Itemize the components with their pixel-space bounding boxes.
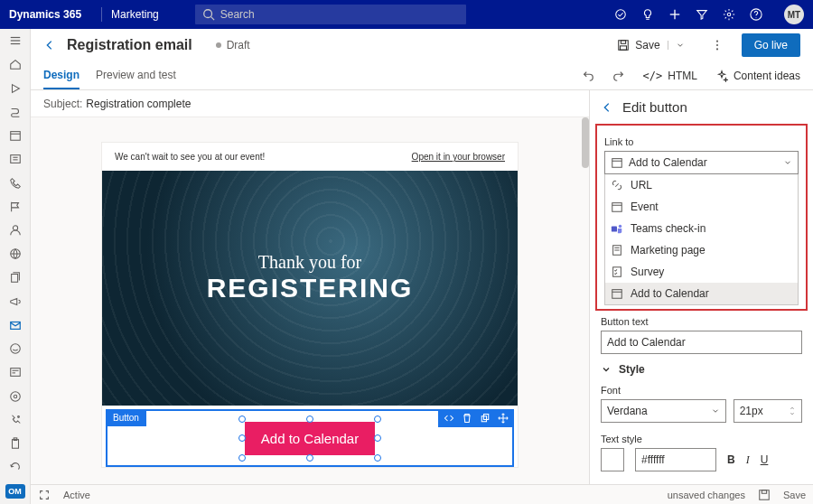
resize-handle[interactable] bbox=[374, 454, 381, 462]
svg-rect-20 bbox=[10, 369, 20, 377]
undo-icon[interactable] bbox=[582, 70, 594, 82]
svg-rect-49 bbox=[762, 490, 766, 493]
gear-icon[interactable] bbox=[723, 8, 735, 21]
link-option-url[interactable]: URL bbox=[605, 174, 798, 196]
brand-name: Dynamics 365 bbox=[9, 8, 92, 21]
assistant-icon[interactable] bbox=[614, 8, 627, 21]
resize-handle[interactable] bbox=[374, 415, 381, 423]
text-color-swatch[interactable] bbox=[601, 448, 624, 471]
save-button[interactable]: Save bbox=[609, 34, 692, 56]
home-icon[interactable] bbox=[6, 58, 24, 70]
refresh-icon[interactable] bbox=[6, 461, 24, 473]
search-placeholder: Search bbox=[220, 8, 255, 21]
phone-link-icon[interactable] bbox=[6, 414, 24, 426]
megaphone-icon[interactable] bbox=[6, 295, 24, 308]
open-in-browser-link[interactable]: Open it in your browser bbox=[412, 152, 505, 162]
global-search[interactable]: Search bbox=[195, 5, 466, 24]
svg-rect-45 bbox=[613, 267, 621, 277]
module-name[interactable]: Marketing bbox=[111, 8, 159, 21]
tab-design[interactable]: Design bbox=[43, 61, 79, 89]
journey-icon[interactable] bbox=[6, 106, 24, 118]
emoji-icon[interactable] bbox=[6, 342, 24, 355]
email-nav-icon[interactable] bbox=[6, 319, 24, 331]
link-to-select[interactable]: Add to Calendar bbox=[604, 151, 799, 174]
duplicate-block-icon[interactable] bbox=[480, 413, 491, 424]
selected-button-block[interactable]: Button Add to Calendar bbox=[106, 409, 514, 467]
text-color-input[interactable]: #ffffff bbox=[635, 448, 716, 471]
back-icon[interactable] bbox=[43, 39, 56, 51]
subject-bar[interactable]: Subject: Registration complete bbox=[31, 90, 589, 117]
italic-button[interactable]: I bbox=[746, 453, 750, 467]
phone-icon[interactable] bbox=[6, 176, 24, 189]
style-section-header[interactable]: Style bbox=[590, 354, 813, 379]
go-live-button[interactable]: Go live bbox=[742, 33, 800, 57]
svg-point-25 bbox=[17, 415, 19, 417]
person-icon[interactable] bbox=[6, 224, 24, 237]
filter-icon[interactable] bbox=[696, 8, 708, 21]
redo-icon[interactable] bbox=[612, 70, 625, 82]
help-icon[interactable] bbox=[750, 8, 762, 21]
resize-handle[interactable] bbox=[238, 454, 246, 462]
link-option-event[interactable]: Event bbox=[605, 196, 798, 218]
globe-icon[interactable] bbox=[6, 247, 24, 260]
svg-point-33 bbox=[716, 48, 718, 50]
underline-button[interactable]: U bbox=[761, 453, 769, 466]
calendar-select-icon bbox=[611, 156, 623, 169]
footer-save-label[interactable]: Save bbox=[783, 490, 806, 500]
canvas-scrollbar[interactable] bbox=[582, 117, 589, 484]
cta-button-element[interactable]: Add to Calendar bbox=[243, 420, 377, 457]
form-icon[interactable] bbox=[6, 366, 24, 378]
bold-button[interactable]: B bbox=[727, 453, 735, 466]
font-size-input[interactable]: 21px bbox=[734, 399, 802, 423]
edit-html-icon[interactable] bbox=[444, 413, 454, 424]
save-icon bbox=[617, 39, 630, 51]
email-canvas[interactable]: We can't wait to see you at our event! O… bbox=[31, 117, 589, 484]
resize-handle[interactable] bbox=[238, 434, 246, 442]
content-ideas-button[interactable]: Content ideas bbox=[715, 70, 800, 82]
unsaved-indicator: unsaved changes bbox=[668, 490, 745, 500]
resize-handle[interactable] bbox=[306, 454, 313, 462]
site-map-rail: OM bbox=[0, 29, 31, 504]
link-option-marketing-page[interactable]: Marketing page bbox=[605, 239, 798, 261]
search-icon bbox=[202, 8, 215, 21]
play-icon[interactable] bbox=[6, 81, 24, 94]
stepper-icon[interactable] bbox=[789, 406, 796, 416]
move-block-icon[interactable] bbox=[498, 413, 509, 424]
page-header: Registration email Draft Save Go live bbox=[31, 29, 813, 61]
tab-preview[interactable]: Preview and test bbox=[96, 61, 176, 89]
more-commands-button[interactable] bbox=[704, 39, 731, 51]
svg-rect-12 bbox=[10, 155, 20, 163]
flag-icon[interactable] bbox=[6, 201, 24, 213]
expand-icon[interactable] bbox=[38, 489, 51, 501]
svg-point-23 bbox=[10, 391, 20, 401]
footer-save-icon[interactable] bbox=[758, 489, 771, 501]
hero-block[interactable]: Thank you for REGISTERING bbox=[102, 171, 518, 406]
resize-handle[interactable] bbox=[306, 415, 313, 423]
button-text-input[interactable]: Add to Calendar bbox=[601, 331, 802, 354]
delete-block-icon[interactable] bbox=[462, 413, 472, 424]
link-option-survey[interactable]: Survey bbox=[605, 261, 798, 283]
html-view-button[interactable]: </> HTML bbox=[643, 70, 697, 82]
font-family-select[interactable]: Verdana bbox=[601, 399, 726, 423]
link-option-teams[interactable]: Teams check-in bbox=[605, 218, 798, 239]
record-state: Active bbox=[63, 490, 90, 500]
hamburger-icon[interactable] bbox=[6, 34, 24, 47]
save-split-chevron[interactable] bbox=[668, 41, 685, 50]
resize-handle[interactable] bbox=[374, 434, 381, 442]
settings-nav-icon[interactable] bbox=[6, 390, 24, 403]
lightbulb-icon[interactable] bbox=[641, 8, 654, 21]
user-avatar[interactable]: MT bbox=[784, 5, 804, 24]
link-option-add-to-calendar[interactable]: Add to Calendar bbox=[605, 283, 798, 304]
calendar-icon[interactable] bbox=[6, 129, 24, 142]
area-switcher-badge[interactable]: OM bbox=[5, 484, 25, 499]
clipboard-icon[interactable] bbox=[6, 437, 24, 450]
files-icon[interactable] bbox=[6, 271, 24, 284]
global-topbar: Dynamics 365 Marketing Search MT bbox=[0, 0, 813, 29]
plus-icon[interactable] bbox=[668, 8, 681, 21]
panel-back-icon[interactable] bbox=[601, 101, 613, 114]
email-preview: We can't wait to see you at our event! O… bbox=[102, 143, 518, 467]
resize-handle[interactable] bbox=[238, 415, 246, 423]
sparkle-icon bbox=[715, 70, 728, 82]
svg-point-5 bbox=[727, 13, 731, 16]
segments-icon[interactable] bbox=[6, 153, 24, 165]
